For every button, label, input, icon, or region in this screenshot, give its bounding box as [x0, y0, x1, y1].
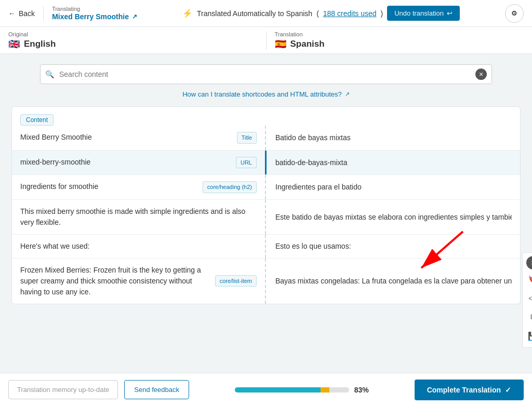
original-cell-title: Mixed Berry Smoothie Title — [12, 126, 265, 150]
feedback-label: Send feedback — [134, 386, 179, 394]
external-link-icon: ↗ — [132, 13, 137, 20]
credits-link[interactable]: 188 credits used — [323, 9, 377, 18]
translated-cell-title[interactable] — [267, 126, 520, 150]
original-cell-intro: Here's what we used: — [12, 235, 265, 258]
search-bar: 🔍 × — [40, 64, 492, 84]
progress-fill-yellow — [321, 387, 330, 393]
help-link[interactable]: How can I translate shortcodes and HTML … — [8, 90, 524, 98]
translated-cell-listitem[interactable] — [267, 259, 520, 304]
search-icon: 🔍 — [45, 70, 54, 78]
translated-input-intro[interactable] — [275, 242, 512, 250]
side-close-button[interactable]: × — [526, 256, 532, 269]
search-clear-button[interactable]: × — [475, 69, 487, 80]
original-lang-text: English — [24, 39, 56, 49]
table-row: mixed-berry-smoothie URL — [12, 150, 520, 175]
table-row: Here's what we used: — [12, 234, 520, 258]
table-row: Frozen Mixed Berries: Frozen fruit is th… — [12, 258, 520, 304]
header: ← Back Translating Mixed Berry Smoothie … — [0, 0, 532, 27]
paren-close: ) — [381, 9, 383, 18]
auto-translate-text: Translated Automatically to Spanish — [197, 9, 312, 18]
original-text-intro: Here's what we used: — [20, 241, 257, 252]
original-lang-col: Original 🇬🇧 English — [8, 31, 258, 50]
save-button-side[interactable]: 💾 — [525, 328, 532, 344]
original-cell-para1: This mixed berry smoothie is made with s… — [12, 200, 265, 234]
original-flag: 🇬🇧 — [8, 38, 20, 50]
bookmark-button[interactable]: 🔖 — [525, 272, 532, 288]
back-arrow-icon: ← — [8, 9, 16, 18]
original-text-url: mixed-berry-smoothie — [20, 157, 231, 168]
settings-button[interactable]: ⚙ — [505, 4, 524, 23]
translation-flag: 🇪🇸 — [275, 38, 286, 50]
translated-cell-para1[interactable] — [267, 200, 520, 234]
translated-cell-intro[interactable] — [267, 235, 520, 258]
original-lang-name: 🇬🇧 English — [8, 38, 258, 50]
content-tag: Content — [12, 107, 520, 126]
translation-lang-col: Translation 🇪🇸 Spanish — [275, 31, 524, 50]
type-badge-listitem: core/list-item — [215, 275, 257, 287]
original-text-para1: This mixed berry smoothie is made with s… — [20, 206, 257, 228]
language-bar: Original 🇬🇧 English Translation 🇪🇸 Spani… — [0, 27, 532, 54]
search-input[interactable] — [40, 64, 492, 84]
original-cell-heading: Ingredients for smoothie core/heading (h… — [12, 175, 265, 199]
code-icon: </> — [528, 295, 532, 302]
header-right: ⚙ — [505, 4, 524, 23]
translated-input-listitem[interactable] — [275, 277, 512, 285]
code-button[interactable]: </> — [525, 290, 532, 307]
progress-percent: 83% — [354, 386, 369, 394]
save-icon: 💾 — [528, 331, 532, 341]
document-title[interactable]: Mixed Berry Smoothie ↗ — [52, 12, 137, 21]
gear-icon: ⚙ — [511, 9, 517, 17]
complete-label: Complete Translation — [427, 386, 501, 394]
bolt-icon: ⚡ — [182, 8, 193, 18]
progress-fill-teal — [235, 387, 321, 393]
copy-button[interactable]: ⧉ — [525, 309, 532, 326]
table-row: Ingredients for smoothie core/heading (h… — [12, 174, 520, 199]
footer: Translation memory up-to-date Send feedb… — [0, 373, 532, 406]
type-badge-url: URL — [236, 157, 257, 169]
tm-label: Translation memory up-to-date — [17, 386, 109, 394]
feedback-button[interactable]: Send feedback — [124, 380, 189, 399]
table-row: This mixed berry smoothie is made with s… — [12, 199, 520, 234]
translation-label: Translation — [275, 31, 524, 37]
translation-lang-name: 🇪🇸 Spanish — [275, 38, 524, 50]
main-content: 🔍 × How can I translate shortcodes and H… — [0, 54, 532, 373]
external-link-icon: ↗ — [345, 91, 350, 98]
translating-label: Translating — [52, 6, 137, 12]
original-cell-url: mixed-berry-smoothie URL — [12, 151, 265, 175]
original-cell-listitem: Frozen Mixed Berries: Frozen fruit is th… — [12, 259, 265, 304]
original-label: Original — [8, 31, 258, 37]
type-badge-heading: core/heading (h2) — [203, 181, 257, 193]
lang-separator — [266, 31, 267, 50]
undo-button[interactable]: Undo translation ↩ — [387, 6, 460, 21]
back-label: Back — [19, 9, 35, 18]
translating-info: Translating Mixed Berry Smoothie ↗ — [52, 6, 137, 21]
copy-icon: ⧉ — [530, 313, 533, 322]
header-center: ⚡ Translated Automatically to Spanish ( … — [145, 6, 497, 21]
back-button[interactable]: ← Back — [8, 9, 35, 18]
credits-used: ( — [316, 9, 319, 18]
header-divider — [43, 6, 44, 21]
original-text-listitem: Frozen Mixed Berries: Frozen fruit is th… — [20, 265, 210, 297]
progress-bar — [235, 387, 349, 393]
tm-button[interactable]: Translation memory up-to-date — [8, 380, 118, 399]
translation-rows: Mixed Berry Smoothie Title mixed-berry-s… — [12, 126, 520, 304]
complete-translation-button[interactable]: Complete Translation ✓ — [415, 380, 524, 400]
content-card: Content Mixed Berry Smoothie Title mixed… — [11, 106, 521, 304]
translated-input-title[interactable] — [275, 133, 512, 142]
original-text-title: Mixed Berry Smoothie — [20, 132, 232, 143]
translated-input-heading[interactable] — [275, 183, 512, 191]
type-badge-title: Title — [237, 132, 257, 144]
translated-cell-heading[interactable] — [267, 175, 520, 199]
translated-input-url[interactable] — [275, 158, 512, 167]
checkmark-icon: ✓ — [505, 386, 511, 394]
table-row: Mixed Berry Smoothie Title — [12, 126, 520, 150]
translated-input-para1[interactable] — [275, 213, 512, 221]
original-text-heading: Ingredients for smoothie — [20, 181, 197, 192]
bookmark-icon: 🔖 — [528, 275, 532, 285]
translation-lang-text: Spanish — [290, 39, 325, 49]
undo-label: Undo translation — [394, 9, 444, 17]
undo-icon: ↩ — [447, 9, 453, 17]
side-toolbar: × 🔖 </> ⧉ 💾 — [522, 252, 532, 348]
progress-area: 83% — [195, 386, 408, 394]
translated-cell-url[interactable] — [267, 151, 520, 175]
